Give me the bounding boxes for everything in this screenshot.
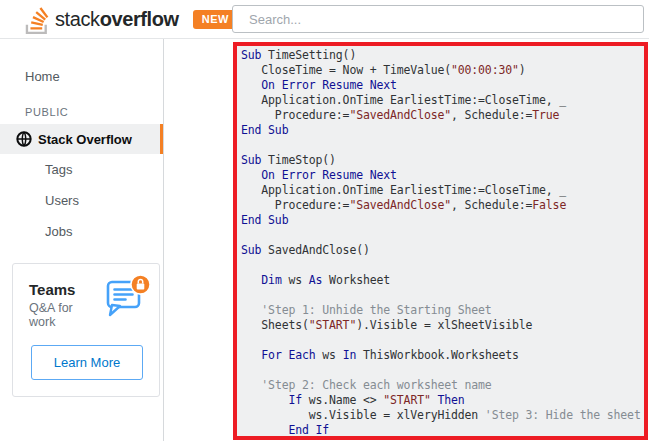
content-area: Home PUBLIC Stack Overflow Tags Users Jo…: [0, 39, 649, 441]
learn-more-button[interactable]: Learn More: [31, 345, 143, 380]
globe-icon: [16, 131, 32, 147]
sidebar-item-label: Stack Overflow: [38, 132, 132, 147]
teams-title: Teams: [29, 277, 101, 298]
main-panel: Sub TimeSetting() CloseTime = Now + Time…: [164, 39, 649, 441]
teams-subtitle: Q&A for work: [29, 301, 101, 329]
teams-promo-card: Teams Q&A for work: [12, 263, 160, 397]
sidebar-item-users[interactable]: Users: [0, 185, 163, 216]
annotated-code-panel: Sub TimeSetting() CloseTime = Now + Time…: [233, 42, 648, 440]
chat-bubble-lock-icon: [101, 273, 151, 329]
stackoverflow-logo[interactable]: stackoverflow: [24, 5, 179, 34]
sidebar-item-tags[interactable]: Tags: [0, 154, 163, 185]
sidebar-item-home[interactable]: Home: [0, 61, 163, 92]
top-bar: stackoverflow NEW: [0, 0, 649, 39]
sidebar-item-jobs[interactable]: Jobs: [0, 216, 163, 247]
left-sidebar: Home PUBLIC Stack Overflow Tags Users Jo…: [0, 39, 164, 441]
stackoverflow-logo-icon: [24, 5, 55, 34]
search-input[interactable]: [232, 5, 644, 33]
logo-text: stackoverflow: [55, 8, 179, 31]
sidebar-section-public: PUBLIC: [0, 106, 163, 118]
sidebar-item-stack-overflow[interactable]: Stack Overflow: [0, 124, 163, 154]
code-block: Sub TimeSetting() CloseTime = Now + Time…: [237, 46, 644, 438]
